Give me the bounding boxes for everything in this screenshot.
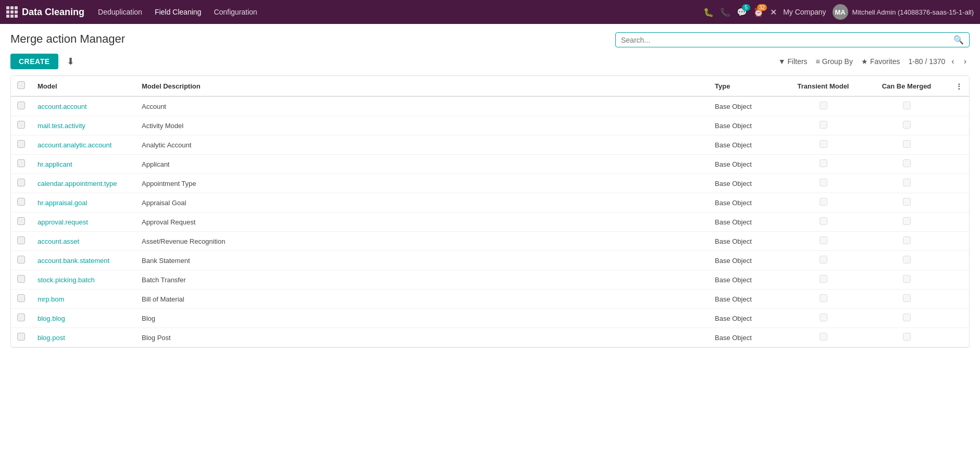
model-link[interactable]: blog.blog [38, 315, 65, 322]
table-row: calendar.appointment.type Appointment Ty… [11, 174, 969, 193]
pagination-text: 1-80 / 1370 [909, 57, 946, 66]
cell-model: stock.picking.batch [31, 270, 135, 290]
model-link[interactable]: approval.request [38, 218, 88, 226]
cell-description: Batch Transfer [135, 270, 709, 290]
model-link[interactable]: account.analytic.account [38, 141, 111, 149]
cell-description: Appointment Type [135, 174, 709, 193]
cell-transient [781, 251, 865, 270]
transient-checkbox [820, 294, 827, 302]
table-row: mail.test.activity Activity Model Base O… [11, 116, 969, 135]
bug-icon[interactable]: 🐛 [703, 7, 714, 17]
header-merge[interactable]: Can Be Merged [865, 76, 948, 96]
table-row: hr.appraisal.goal Appraisal Goal Base Ob… [11, 193, 969, 212]
cell-merge [865, 309, 948, 328]
cell-description: Appraisal Goal [135, 193, 709, 212]
transient-checkbox [820, 217, 827, 225]
cell-type: Base Object [709, 135, 781, 155]
app-title: Data Cleaning [22, 7, 84, 18]
row-checkbox[interactable] [11, 270, 31, 290]
user-menu[interactable]: MA Mitchell Admin (14088376-saas-15-1-al… [833, 4, 974, 20]
close-icon[interactable]: ✕ [770, 7, 777, 17]
cell-merge [865, 135, 948, 155]
model-link[interactable]: account.bank.statement [38, 257, 109, 265]
model-link[interactable]: account.asset [38, 237, 79, 245]
grid-icon [6, 6, 18, 18]
model-link[interactable]: calendar.appointment.type [38, 180, 117, 187]
row-checkbox[interactable] [11, 251, 31, 270]
favorites-label: Favorites [870, 57, 900, 66]
groupby-button[interactable]: ≡ Group By [816, 57, 853, 66]
main-content: Merge action Manager 🔍 CREATE ⬇ ▼ Filter… [0, 24, 980, 356]
search-bar[interactable]: 🔍 [615, 32, 970, 47]
row-checkbox[interactable] [11, 290, 31, 309]
search-input[interactable] [621, 36, 953, 44]
header-more[interactable]: ⋮ [948, 76, 969, 96]
row-checkbox[interactable] [11, 328, 31, 347]
star-icon: ★ [861, 57, 868, 66]
header-checkbox[interactable] [11, 76, 31, 96]
header-type[interactable]: Type [709, 76, 781, 96]
app-logo[interactable]: Data Cleaning [6, 6, 84, 18]
filter-icon: ▼ [778, 57, 786, 66]
pagination-next[interactable]: › [961, 56, 970, 67]
filters-button[interactable]: ▼ Filters [778, 57, 808, 66]
model-link[interactable]: mail.test.activity [38, 122, 85, 130]
cell-description: Bank Statement [135, 251, 709, 270]
table-row: blog.post Blog Post Base Object [11, 328, 969, 347]
cell-model: account.asset [31, 232, 135, 251]
groupby-icon: ≡ [816, 57, 820, 66]
row-checkbox[interactable] [11, 96, 31, 116]
row-checkbox[interactable] [11, 116, 31, 135]
cell-more [948, 155, 969, 174]
row-checkbox[interactable] [11, 155, 31, 174]
transient-checkbox [820, 275, 827, 283]
cell-transient [781, 328, 865, 347]
model-link[interactable]: mrp.bom [38, 295, 64, 303]
row-checkbox[interactable] [11, 174, 31, 193]
cell-model: hr.applicant [31, 155, 135, 174]
activity-icon[interactable]: ⏰ 32 [753, 7, 764, 17]
page-title: Merge action Manager [10, 32, 615, 46]
header-description[interactable]: Model Description [135, 76, 709, 96]
cell-more [948, 328, 969, 347]
cell-transient [781, 155, 865, 174]
nav-field-cleaning[interactable]: Field Cleaning [150, 6, 207, 18]
download-button[interactable]: ⬇ [63, 54, 79, 69]
toolbar: CREATE ⬇ ▼ Filters ≡ Group By ★ Favorite… [10, 54, 970, 69]
model-link[interactable]: blog.post [38, 334, 65, 342]
cell-more [948, 96, 969, 116]
nav-deduplication[interactable]: Deduplication [93, 6, 147, 18]
nav-configuration[interactable]: Configuration [208, 6, 262, 18]
phone-icon[interactable]: 📞 [720, 7, 730, 17]
activity-badge: 32 [757, 4, 767, 11]
row-checkbox[interactable] [11, 193, 31, 212]
search-icon[interactable]: 🔍 [953, 35, 964, 45]
row-checkbox[interactable] [11, 232, 31, 251]
avatar: MA [833, 4, 848, 20]
cell-transient [781, 232, 865, 251]
chat-icon[interactable]: 💬 5 [737, 7, 747, 17]
model-link[interactable]: hr.applicant [38, 160, 72, 168]
model-link[interactable]: stock.picking.batch [38, 276, 95, 284]
row-checkbox[interactable] [11, 135, 31, 155]
pagination-prev[interactable]: ‹ [948, 56, 957, 67]
user-name: Mitchell Admin (14088376-saas-15-1-all) [852, 8, 974, 16]
select-all-checkbox[interactable] [17, 81, 25, 89]
transient-checkbox [820, 102, 827, 109]
company-name[interactable]: My Company [783, 8, 826, 16]
row-checkbox[interactable] [11, 212, 31, 232]
cell-type: Base Object [709, 290, 781, 309]
header-transient[interactable]: Transient Model [781, 76, 865, 96]
cell-transient [781, 193, 865, 212]
header-model[interactable]: Model [31, 76, 135, 96]
table-row: blog.blog Blog Base Object [11, 309, 969, 328]
create-button[interactable]: CREATE [10, 54, 58, 69]
merge-checkbox [903, 236, 911, 244]
model-link[interactable]: account.account [38, 103, 87, 110]
favorites-button[interactable]: ★ Favorites [861, 57, 900, 66]
row-checkbox[interactable] [11, 309, 31, 328]
cell-merge [865, 251, 948, 270]
cell-type: Base Object [709, 270, 781, 290]
cell-model: mail.test.activity [31, 116, 135, 135]
model-link[interactable]: hr.appraisal.goal [38, 199, 87, 207]
